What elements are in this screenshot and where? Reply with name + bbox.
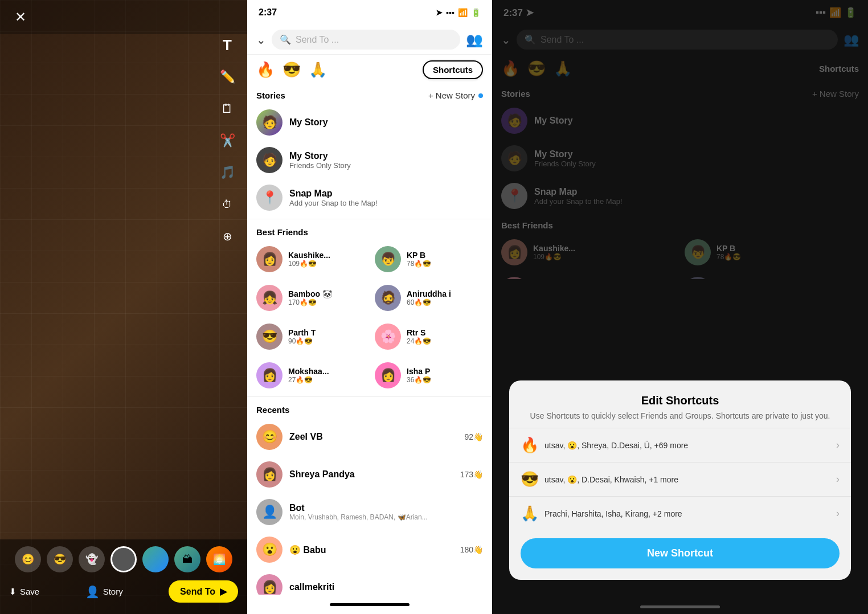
recent-callmekriti[interactable]: 👩 callmekriti xyxy=(247,568,492,595)
friend-kpb-score: 78🔥😎 xyxy=(407,260,483,268)
recent-shreya-info: Shreya Pandya xyxy=(289,469,453,480)
ghost-shortcuts-label: Shortcuts xyxy=(819,64,859,73)
friend-moksha-info: Mokshaa... 27🔥😎 xyxy=(288,367,365,384)
ghost-pray: 🙏 xyxy=(554,60,572,77)
recent-bot[interactable]: 👤 Bot Moin, Vrushabh, Ramesh, BADAN, 🦋Ar… xyxy=(247,493,492,531)
story-button[interactable]: 👤 Story xyxy=(85,585,123,599)
scissors-tool[interactable]: ✂️ xyxy=(216,130,238,152)
snap-map-sub: Add your Snap to the Map! xyxy=(289,199,483,207)
recent-zeel[interactable]: 😊 Zeel VB 92👋 xyxy=(247,418,492,456)
ghost-signal: ▪▪▪ xyxy=(816,7,826,19)
sticker-tool[interactable]: 🗒 xyxy=(216,98,238,120)
friend-kaushike-score: 109🔥😎 xyxy=(288,260,365,268)
recent-babu-score: 180👋 xyxy=(460,545,483,554)
ghost-search-icon: 🔍 xyxy=(525,34,536,45)
filter-smiley[interactable]: 😊 xyxy=(15,546,41,572)
emoji-glasses[interactable]: 😎 xyxy=(282,61,301,79)
friend-rtr[interactable]: 🌸 Rtr S 24🔥😎 xyxy=(370,318,488,355)
friend-parth-avatar: 😎 xyxy=(256,324,282,350)
best-friends-section-header: Best Friends xyxy=(247,222,492,240)
friend-isha[interactable]: 👩 Isha P 36🔥😎 xyxy=(370,357,488,394)
shortcut-fire-emoji: 🔥 xyxy=(521,436,539,454)
friend-bamboo-score: 170🔥😎 xyxy=(288,298,365,306)
recent-zeel-name: Zeel VB xyxy=(289,432,457,442)
filter-ghost[interactable]: 👻 xyxy=(79,546,105,572)
shortcuts-modal-title: Edit Shortcuts xyxy=(521,394,840,407)
add-friend-icon[interactable]: 👥 xyxy=(466,32,483,48)
shortcuts-button[interactable]: Shortcuts xyxy=(423,60,483,79)
wifi-icon: 📶 xyxy=(458,8,468,17)
shortcuts-modal: Edit Shortcuts Use Shortcuts to quickly … xyxy=(509,380,851,580)
friend-kaushike[interactable]: 👩 Kaushike... 109🔥😎 xyxy=(252,240,369,278)
ghost-friend2-score: 78🔥😎 xyxy=(716,253,741,261)
friend-parth[interactable]: 😎 Parth T 90🔥😎 xyxy=(252,318,369,355)
friend-aniruddha-name: Aniruddha i xyxy=(407,289,483,298)
recent-shreya-name: Shreya Pandya xyxy=(289,469,453,480)
new-story-button[interactable]: + New Story xyxy=(428,91,483,100)
friend-kpb[interactable]: 👦 KP B 78🔥😎 xyxy=(370,240,488,278)
recent-babu[interactable]: 😮 😮 Babu 180👋 xyxy=(247,531,492,568)
ghost-search-input: 🔍 Send To ... xyxy=(517,30,838,50)
friend-moksha[interactable]: 👩 Mokshaa... 27🔥😎 xyxy=(252,357,369,394)
snap-map-name: Snap Map xyxy=(289,189,483,199)
pen-tool[interactable]: ✏️ xyxy=(216,66,238,88)
chevron-down-icon[interactable]: ⌄ xyxy=(256,33,266,47)
friend-rtr-name: Rtr S xyxy=(407,328,483,337)
friend-kaushike-name: Kaushike... xyxy=(288,251,365,260)
ghost-friend4-avatar: 🧔 xyxy=(685,277,711,279)
shortcut-fire-members: utsav, 😮, Shreya, D.Desai, Ü, +69 more xyxy=(544,441,830,450)
ghost-story-name2: My Story xyxy=(534,149,596,159)
filter-landscape[interactable] xyxy=(142,546,169,572)
snap-map-item[interactable]: 📍 Snap Map Add your Snap to the Map! xyxy=(247,179,492,216)
ghost-snap-map-sub: Add your Snap to the Map! xyxy=(534,197,623,206)
status-icons: ➤ ▪▪▪ 📶 🔋 xyxy=(436,8,481,17)
timer-tool[interactable]: ⏱ xyxy=(216,194,238,215)
ghost-glasses: 😎 xyxy=(527,60,546,77)
new-shortcut-button[interactable]: New Shortcut xyxy=(521,538,840,568)
save-button[interactable]: ⬇ Save xyxy=(9,587,39,597)
friend-bamboo-name: Bamboo 🐼 xyxy=(288,289,365,298)
scrollable-content[interactable]: Stories + New Story 🧑 My Story 🧑 My Stor… xyxy=(247,85,492,595)
shortcut-pray-row[interactable]: 🙏 Prachi, Harshita, Isha, Kirang, +2 mor… xyxy=(509,496,851,530)
friend-moksha-avatar: 👩 xyxy=(256,362,282,388)
best-friends-label: Best Friends xyxy=(256,227,308,237)
status-time: 2:37 xyxy=(259,7,277,18)
my-story-avatar: 🧑 xyxy=(256,109,282,136)
layers-tool[interactable]: ⊕ xyxy=(216,226,238,247)
my-story-item[interactable]: 🧑 My Story xyxy=(247,104,492,141)
my-story-friends-name: My Story xyxy=(289,151,483,161)
best-friends-grid: 👩 Kaushike... 109🔥😎 👦 KP B 78🔥😎 👧 Bamboo… xyxy=(247,240,492,394)
search-placeholder: Send To ... xyxy=(296,35,339,45)
filter-glasses[interactable]: 😎 xyxy=(47,546,73,572)
friend-moksha-score: 27🔥😎 xyxy=(288,376,365,384)
my-story-info: My Story xyxy=(289,117,483,128)
shortcut-glasses-row[interactable]: 😎 utsav, 😮, D.Desai, Khwaish, +1 more › xyxy=(509,462,851,496)
friend-aniruddha[interactable]: 🧔 Aniruddha i 60🔥😎 xyxy=(370,279,488,317)
emoji-fire[interactable]: 🔥 xyxy=(256,61,275,79)
shortcuts-modal-header: Edit Shortcuts Use Shortcuts to quickly … xyxy=(509,380,851,428)
filter-mountain[interactable]: 🏔 xyxy=(174,546,200,572)
ghost-snap-map-info: Snap Map Add your Snap to the Map! xyxy=(534,187,623,206)
filter-sunset[interactable]: 🌅 xyxy=(206,546,232,572)
ghost-friend1-info: Kaushike... 109🔥😎 xyxy=(533,244,575,261)
close-button[interactable]: ✕ xyxy=(9,6,32,28)
send-to-button[interactable]: Send To ▶ xyxy=(169,580,238,603)
shortcut-fire-row[interactable]: 🔥 utsav, 😮, Shreya, D.Desai, Ü, +69 more… xyxy=(509,428,851,462)
home-bar-3 xyxy=(640,605,720,608)
ghost-emoji-row: 🔥 😎 🙏 Shortcuts xyxy=(492,54,868,83)
emoji-pray[interactable]: 🙏 xyxy=(309,61,327,79)
filter-selected[interactable] xyxy=(110,546,137,572)
search-input-area[interactable]: 🔍 Send To ... xyxy=(272,30,460,50)
recent-shreya[interactable]: 👩 Shreya Pandya 173👋 xyxy=(247,456,492,493)
ghost-snap-map-avatar: 📍 xyxy=(501,183,527,209)
friend-bamboo[interactable]: 👧 Bamboo 🐼 170🔥😎 xyxy=(252,279,369,317)
recent-bot-name: Bot xyxy=(289,503,483,513)
my-story-friends-item[interactable]: 🧑 My Story Friends Only Story xyxy=(247,141,492,179)
shortcuts-panel: 2:37 ➤ ▪▪▪ 📶 🔋 ⌄ 🔍 Send To ... 👥 🔥 😎 🙏 S… xyxy=(492,0,868,614)
camera-top-bar: ✕ xyxy=(0,0,247,34)
recents-section-header: Recents xyxy=(247,399,492,418)
text-tool[interactable]: T xyxy=(216,34,238,56)
home-indicator xyxy=(247,595,492,614)
friend-rtr-score: 24🔥😎 xyxy=(407,337,483,345)
music-tool[interactable]: 🎵 xyxy=(216,162,238,183)
